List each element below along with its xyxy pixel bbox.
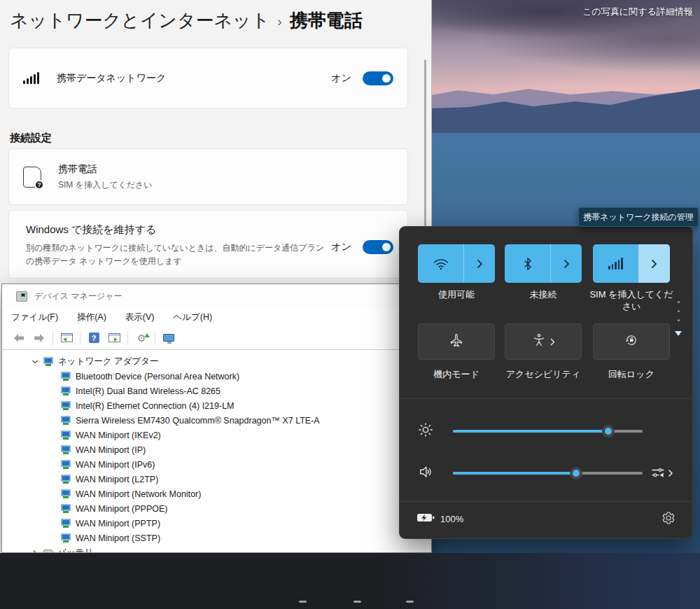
running-indicator xyxy=(406,601,414,603)
scroll-down-arrow-icon[interactable] xyxy=(675,331,682,340)
computer-icon[interactable] xyxy=(162,332,176,344)
device-manager-menubar: ファイル(F)操作(A)表示(V)ヘルプ(H) xyxy=(2,308,431,327)
tree-node-adapter[interactable]: WAN Miniport (PPTP) xyxy=(2,516,431,531)
battery-charging-icon[interactable] xyxy=(416,512,435,526)
chevron-down-icon[interactable] xyxy=(31,358,38,365)
tree-node-adapter[interactable]: Bluetooth Device (Personal Area Network) xyxy=(2,369,431,384)
brightness-icon xyxy=(418,422,433,440)
wifi-expand-chevron-icon[interactable] xyxy=(463,244,495,283)
device-manager-titlebar[interactable]: デバイス マネージャー xyxy=(2,284,431,308)
volume-thumb[interactable] xyxy=(570,467,582,479)
tree-node-label: Intel(R) Dual Band Wireless-AC 8265 xyxy=(76,386,220,396)
tree-node-battery[interactable]: バッテリ xyxy=(2,545,431,552)
tree-node-label: Bluetooth Device (Personal Area Network) xyxy=(76,372,239,382)
tree-node-adapter[interactable]: Intel(R) Dual Band Wireless-AC 8265 xyxy=(2,384,431,398)
keep-connected-toggle[interactable] xyxy=(363,240,393,254)
console-tree-icon[interactable] xyxy=(59,332,74,344)
tree-node-adapter[interactable]: Intel(R) Ethernet Connection (4) I219-LM xyxy=(2,398,431,413)
brightness-slider[interactable] xyxy=(453,430,643,433)
tree-node-adapter[interactable]: WAN Miniport (IPv6) xyxy=(2,457,431,472)
tree-node-network-adapters[interactable]: ネットワーク アダプター xyxy=(2,354,431,369)
tree-node-label: WAN Miniport (L2TP) xyxy=(76,475,158,484)
volume-slider-row xyxy=(418,465,673,482)
cellular-data-label: 携帯データネットワーク xyxy=(57,72,166,85)
tree-node-label: ネットワーク アダプター xyxy=(58,356,159,368)
tree-node-adapter[interactable]: WAN Miniport (IKEv2) xyxy=(2,428,431,442)
accessibility-chevron-icon xyxy=(550,338,555,346)
question-badge-icon: ? xyxy=(34,180,44,190)
brightness-thumb[interactable] xyxy=(602,425,615,438)
breadcrumb: ネットワークとインターネット › 携帯電話 xyxy=(10,8,363,33)
toolbar-separator xyxy=(80,331,80,345)
network-adapter-icon xyxy=(61,504,71,513)
volume-icon xyxy=(418,464,433,482)
tree-node-label: WAN Miniport (IPv6) xyxy=(76,460,155,470)
tree-node-adapter[interactable]: WAN Miniport (IP) xyxy=(2,442,431,457)
tree-node-label: WAN Miniport (PPTP) xyxy=(76,519,160,528)
scan-hardware-icon[interactable]: ⚙ xyxy=(134,332,148,344)
bluetooth-icon[interactable] xyxy=(505,244,550,283)
menu-item[interactable]: ファイル(F) xyxy=(11,312,58,323)
tree-node-adapter[interactable]: WAN Miniport (Network Monitor) xyxy=(2,486,431,501)
wifi-icon[interactable] xyxy=(418,244,463,283)
airplane-mode-button[interactable] xyxy=(418,323,495,360)
edit-quick-settings-gear-icon[interactable] xyxy=(662,511,676,528)
adapter-list: Bluetooth Device (Personal Area Network)… xyxy=(2,369,431,545)
device-manager-window: デバイス マネージャー ファイル(F)操作(A)表示(V)ヘルプ(H) ? ⚙ … xyxy=(1,284,432,553)
sim-card-icon: ? xyxy=(23,167,41,188)
chevron-right-icon[interactable] xyxy=(31,550,38,553)
forward-icon[interactable] xyxy=(32,332,46,344)
cellular-data-state: オン xyxy=(331,72,351,85)
volume-slider[interactable] xyxy=(453,472,643,475)
tree-node-label: バッテリ xyxy=(57,547,93,552)
network-adapter-icon xyxy=(61,489,71,498)
audio-output-icon xyxy=(651,467,665,479)
device-manager-icon xyxy=(16,291,27,302)
keep-connected-title: Windows で接続を維持する xyxy=(26,223,391,237)
quick-settings-panel: 使用可能 未接続 SIM を挿入してください 機内モード アクセシビリティ 回転… xyxy=(399,226,693,539)
spotlight-info-link[interactable]: この写真に関する詳細情報 xyxy=(581,6,694,18)
network-adapter-icon xyxy=(61,460,71,469)
breadcrumb-parent[interactable]: ネットワークとインターネット xyxy=(10,8,270,33)
tree-node-adapter[interactable]: Sierra Wireless EM7430 Qualcomm® Snapdra… xyxy=(2,413,431,428)
tree-node-label: Intel(R) Ethernet Connection (4) I219-LM xyxy=(76,401,234,411)
accessibility-button[interactable] xyxy=(505,323,582,360)
network-adapter-icon xyxy=(61,533,71,542)
cellular-data-toggle[interactable] xyxy=(363,71,393,85)
page-title: 携帯電話 xyxy=(290,8,363,33)
cellular-bars-icon[interactable] xyxy=(593,244,638,283)
tree-node-label: Sierra Wireless EM7430 Qualcomm® Snapdra… xyxy=(76,416,320,426)
tooltip: 携帯ネットワーク接続の管理 xyxy=(578,207,699,227)
audio-output-selector[interactable] xyxy=(651,467,673,479)
tree-node-adapter[interactable]: WAN Miniport (PPPOE) xyxy=(2,501,431,516)
help-icon[interactable]: ? xyxy=(87,332,101,344)
menu-item[interactable]: ヘルプ(H) xyxy=(173,312,212,323)
airplane-mode-label: 機内モード xyxy=(407,368,505,380)
tree-node-label: WAN Miniport (SSTP) xyxy=(76,533,160,543)
battery-percent-label: 100% xyxy=(440,514,463,524)
quick-settings-footer: 100% xyxy=(400,500,692,538)
network-adapter-icon xyxy=(61,386,71,396)
sim-status-card[interactable]: ? 携帯電話 SIM を挿入してください xyxy=(8,148,408,205)
network-adapter-icon xyxy=(61,475,71,484)
device-manager-title: デバイス マネージャー xyxy=(34,290,122,302)
back-icon[interactable] xyxy=(12,332,26,344)
audio-output-chevron-icon xyxy=(668,469,673,477)
tree-node-adapter[interactable]: WAN Miniport (SSTP) xyxy=(2,531,431,545)
bluetooth-expand-chevron-icon[interactable] xyxy=(550,244,582,283)
cellular-expand-chevron-icon[interactable] xyxy=(638,244,670,283)
bluetooth-quick-toggle[interactable] xyxy=(505,244,582,283)
rotation-lock-button[interactable] xyxy=(593,323,670,360)
cellular-quick-toggle[interactable] xyxy=(593,244,670,283)
panel-scroll-indicator[interactable] xyxy=(675,301,682,340)
keep-connected-state: オン xyxy=(331,241,351,253)
menu-item[interactable]: 操作(A) xyxy=(77,312,106,323)
wifi-quick-toggle[interactable] xyxy=(418,244,495,283)
menu-item[interactable]: 表示(V) xyxy=(125,312,155,323)
accessibility-icon xyxy=(532,333,546,350)
properties-icon[interactable] xyxy=(107,332,121,344)
tree-node-adapter[interactable]: WAN Miniport (L2TP) xyxy=(2,472,431,486)
battery-category-icon xyxy=(43,550,52,552)
network-adapter-icon xyxy=(61,401,71,410)
panel-divider xyxy=(400,398,692,399)
